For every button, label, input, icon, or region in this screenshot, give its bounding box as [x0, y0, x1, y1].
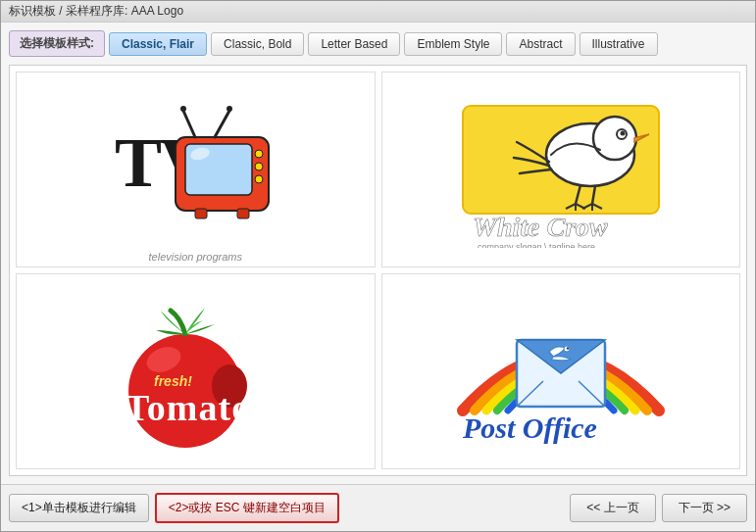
svg-rect-11 — [195, 209, 207, 218]
svg-point-7 — [227, 106, 232, 112]
svg-text:Tomato: Tomato — [125, 387, 251, 428]
edit-button[interactable]: <1>单击模板进行编辑 — [9, 494, 149, 522]
title-bar: 标识模板 / 采样程序库: AAA Logo — [1, 1, 755, 23]
svg-point-10 — [255, 175, 263, 183]
logo-tomato-image: fresh! Tomato — [17, 274, 375, 468]
svg-text:White Crow: White Crow — [473, 212, 608, 242]
new-blank-button[interactable]: <2>或按 ESC 键新建空白项目 — [155, 493, 339, 523]
svg-line-6 — [215, 111, 229, 137]
prev-button[interactable]: << 上一页 — [570, 494, 655, 522]
tab-emblem-style[interactable]: Emblem Style — [404, 32, 502, 56]
svg-point-9 — [255, 163, 263, 170]
svg-point-17 — [620, 131, 625, 136]
svg-point-5 — [180, 106, 186, 112]
next-button[interactable]: 下一页 >> — [662, 494, 747, 522]
svg-point-8 — [255, 150, 263, 158]
logo-cell-tomato[interactable]: fresh! Tomato — [16, 273, 376, 469]
logo-grid: TV — [9, 65, 747, 476]
svg-text:Post Office: Post Office — [462, 411, 597, 444]
logo-cell-postoffice[interactable]: Post Office — [381, 273, 741, 469]
svg-text:company slogan \ tagline here: company slogan \ tagline here — [478, 242, 595, 248]
bottom-bar: <1>单击模板进行编辑 <2>或按 ESC 键新建空白项目 << 上一页 下一页… — [1, 484, 755, 531]
logo-cell-tv[interactable]: TV — [16, 72, 376, 267]
main-window: 标识模板 / 采样程序库: AAA Logo 选择模板样式: Classic, … — [0, 0, 756, 532]
logo-tv-image: TV — [17, 73, 375, 251]
svg-point-15 — [593, 117, 636, 160]
logo-tv-caption: television programs — [149, 251, 242, 266]
tab-classic-flair[interactable]: Classic, Flair — [109, 32, 207, 56]
tab-bar: 选择模板样式: Classic, Flair Classic, Bold Let… — [9, 30, 747, 57]
svg-point-39 — [567, 347, 569, 349]
tab-classic-bold[interactable]: Classic, Bold — [211, 32, 304, 56]
logo-postoffice-image: Post Office — [382, 274, 740, 468]
tab-letter-based[interactable]: Letter Based — [308, 32, 400, 56]
logo-cell-whitecrow[interactable]: White Crow company slogan \ tagline here — [381, 72, 741, 267]
svg-rect-12 — [237, 209, 249, 218]
tab-illustrative[interactable]: Illustrative — [580, 32, 658, 56]
tab-abstract[interactable]: Abstract — [506, 32, 575, 56]
breadcrumb: 标识模板 / 采样程序库: AAA Logo — [9, 3, 183, 20]
logo-whitecrow-image: White Crow company slogan \ tagline here — [382, 73, 740, 266]
content-area: 选择模板样式: Classic, Flair Classic, Bold Let… — [1, 23, 755, 484]
tab-bar-label: 选择模板样式: — [9, 30, 105, 57]
